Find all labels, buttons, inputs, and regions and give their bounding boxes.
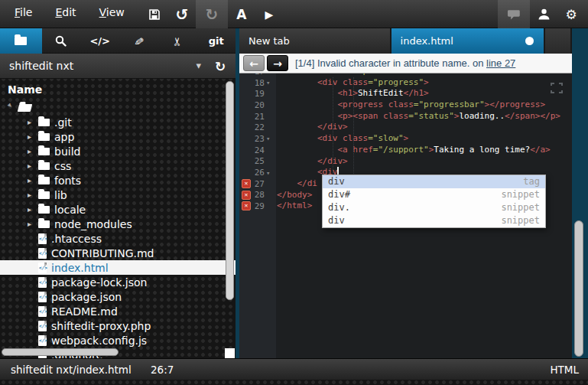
sidebar-tab-code[interactable]: </> — [80, 28, 119, 54]
line-number: 19 — [239, 89, 265, 99]
tab-index-html[interactable]: index.html — [391, 28, 544, 54]
expand-arrow-icon[interactable]: ▸ — [28, 147, 38, 155]
autocomplete-item[interactable]: divsnippet — [323, 214, 545, 227]
expand-arrow-icon[interactable]: ▸ — [28, 118, 38, 126]
tree-column-header: Name — [0, 79, 236, 100]
site-selector[interactable]: shiftedit nxt ▾ ↻ — [0, 54, 236, 79]
menu-view[interactable]: View — [88, 0, 136, 28]
fold-arrow-icon[interactable]: ▾ — [265, 135, 275, 142]
refresh-button[interactable]: ↻ — [210, 56, 231, 77]
line-number: 24 — [239, 145, 265, 155]
tree-item-label: node_modules — [54, 218, 132, 230]
autocomplete-item[interactable]: divtag — [323, 175, 545, 188]
sidebar-tab-edit[interactable]: ✎ — [119, 28, 158, 54]
autocomplete-item[interactable]: div.snippet — [323, 201, 545, 214]
play-icon: ▶ — [265, 8, 273, 21]
undo-icon: ↺ — [175, 7, 188, 22]
code-editor[interactable]: 1718▾1920212223▾242526▾✕27✕28✕29 <div cl… — [239, 73, 572, 358]
sidebar-tab-files[interactable] — [0, 28, 42, 54]
file-mode[interactable]: HTML — [550, 364, 579, 376]
sidebar-tab-git[interactable]: git — [197, 28, 236, 54]
menu-file[interactable]: File — [3, 0, 44, 28]
expand-arrow-icon[interactable]: ▸ — [28, 176, 38, 184]
tree-item-fonts[interactable]: ▸fonts — [0, 173, 236, 188]
menu-edit[interactable]: Edit — [44, 0, 87, 28]
expand-arrow-icon[interactable]: ▸ — [28, 162, 38, 170]
next-error-button[interactable]: → — [267, 55, 288, 71]
editor-tab-bar: New tab index.html — [239, 28, 572, 54]
tree-item-label: webpack.config.js — [51, 334, 147, 347]
account-button[interactable] — [530, 0, 557, 28]
autocomplete-popup: divtagdiv#snippetdiv.snippetdivsnippet — [322, 175, 546, 228]
sidebar-tab-snippets[interactable]: ✂ — [158, 28, 197, 54]
tree-item-index.html[interactable]: </>index.html — [0, 260, 236, 275]
fold-arrow-icon[interactable]: ▾ — [265, 169, 275, 177]
tree-item-locale[interactable]: ▸locale — [0, 202, 236, 217]
tree-item-CONTRIBUTING.md[interactable]: </>CONTRIBUTING.md — [0, 246, 236, 260]
code-line-25[interactable]: </div> — [277, 156, 572, 168]
expand-arrow-icon[interactable]: ▸ — [28, 191, 38, 199]
tree-item-package-lock.json[interactable]: </>package-lock.json — [0, 275, 236, 289]
code-line-23[interactable]: <div class="slow"> — [277, 133, 572, 145]
redo-button[interactable]: ↻ — [196, 0, 228, 28]
expand-arrow-icon[interactable]: ▸ — [28, 132, 38, 141]
editor-scrollbar-thumb[interactable] — [574, 220, 583, 357]
file-icon: </> — [38, 321, 47, 331]
tree-item-root[interactable]: ▸ — [0, 100, 236, 115]
tree-vscroll-thumb[interactable] — [226, 81, 234, 300]
tree-item-css[interactable]: ▸css — [0, 158, 236, 173]
code-line-22[interactable]: </div> — [277, 122, 572, 133]
code-line-19[interactable]: <h1>ShiftEdit</h1> — [277, 88, 572, 100]
tree-hscroll-thumb[interactable] — [2, 348, 119, 356]
fold-arrow-icon[interactable]: ▾ — [265, 79, 275, 86]
save-button[interactable] — [141, 0, 168, 28]
tree-item-.htaccess[interactable]: </>.htaccess — [0, 231, 236, 246]
code-line-20[interactable]: <progress class="progressbar"></progress… — [277, 100, 572, 111]
tab-new-tab[interactable]: New tab — [239, 28, 390, 54]
status-bar: shiftedit nxt/index.html 26:7 HTML — [0, 358, 588, 380]
folder-icon — [38, 177, 50, 184]
file-icon: </> — [38, 306, 47, 317]
tab-stub[interactable] — [545, 28, 570, 54]
tree-item-label: build — [54, 145, 80, 158]
settings-button[interactable]: ⚙ — [557, 0, 585, 28]
tree-item-README.md[interactable]: </>README.md — [0, 304, 236, 318]
expand-arrow-icon[interactable]: ▸ — [28, 220, 38, 228]
sidebar-tab-search[interactable] — [42, 28, 81, 54]
undo-button[interactable]: ↺ — [168, 0, 196, 28]
tree-item-label: index.html — [51, 262, 109, 274]
code-line-21[interactable]: <p><span class="status">loading..</span>… — [277, 111, 572, 122]
user-icon — [538, 8, 551, 21]
tree-item-node_modules[interactable]: ▸node_modules — [0, 217, 236, 231]
run-button[interactable]: ▶ — [255, 0, 283, 28]
expand-arrow-icon[interactable]: ▸ — [28, 205, 38, 214]
error-line-link[interactable]: line 27 — [486, 57, 515, 69]
tree-item-.git[interactable]: ▸.git — [0, 115, 236, 129]
code-line-24[interactable]: <a href="/support">Taking a long time?</… — [277, 145, 572, 156]
indent-guide — [333, 77, 333, 190]
error-bar: ← → [1/4] Invalid character in attribute… — [239, 54, 572, 73]
tree-horizontal-scrollbar — [0, 346, 225, 358]
autocomplete-item[interactable]: div#snippet — [323, 188, 545, 201]
refresh-icon: ↻ — [215, 59, 226, 74]
tree-item-lib[interactable]: ▸lib — [0, 188, 236, 202]
save-icon — [148, 8, 161, 21]
fullscreen-icon[interactable] — [551, 83, 563, 93]
tree-item-package.json[interactable]: </>package.json — [0, 289, 236, 304]
chat-button[interactable] — [498, 0, 530, 28]
tree-item-label: package.json — [51, 291, 122, 303]
code-line-18[interactable]: <div class="progress"> — [277, 77, 572, 89]
site-selector-label: shiftedit nxt — [9, 60, 73, 72]
folder-icon — [38, 220, 50, 228]
folder-icon — [38, 148, 50, 155]
line-number: 17 — [239, 73, 265, 77]
tree-item-shiftedit-proxy.php[interactable]: </>shiftedit-proxy.php — [0, 318, 236, 333]
folder-icon — [38, 133, 50, 141]
prev-error-button[interactable]: ← — [243, 55, 265, 71]
search-icon — [55, 35, 67, 47]
tree-item-build[interactable]: ▸build — [0, 144, 236, 158]
font-size-button[interactable]: A — [228, 0, 255, 28]
tree-item-app[interactable]: ▸app — [0, 129, 236, 144]
line-number: 21 — [239, 112, 265, 122]
left-sidebar: </> ✎ ✂ git shiftedit nxt ▾ ↻ Name ▸▸.gi… — [0, 28, 236, 358]
